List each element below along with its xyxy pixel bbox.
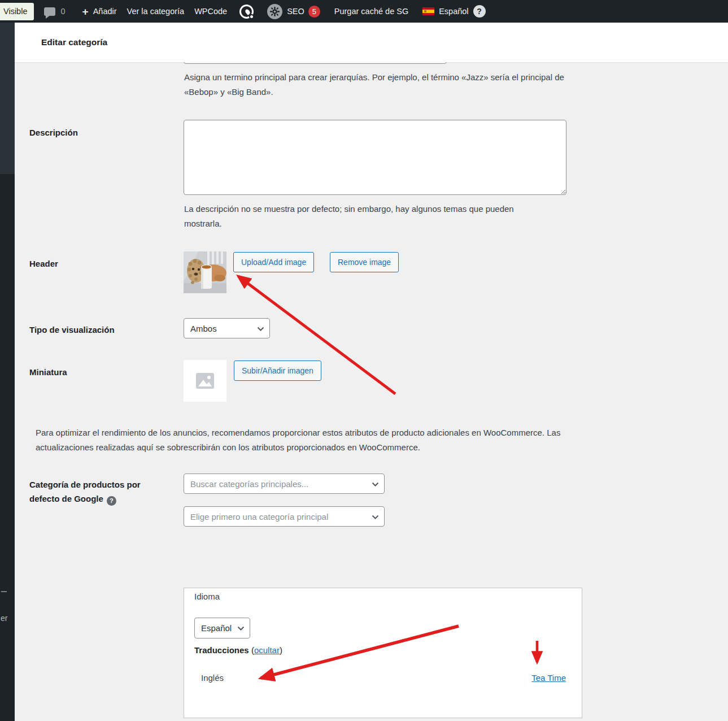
google-sub-category-placeholder: Elige primero una categoría principal [190,512,328,522]
seo-notification-badge: 5 [308,6,320,18]
language-select[interactable]: Español [194,618,250,639]
description-help: La descripción no se muestra por defecto… [184,202,533,231]
chevron-down-icon [257,327,264,332]
sidebar-menu-fragment-icon [1,591,7,592]
upload-thumbnail-button[interactable]: Subir/Añadir imagen [234,360,321,381]
woocommerce-note: Para optimizar el rendimiento de los anu… [36,425,573,455]
add-new-label: Añadir [93,7,117,16]
translation-row-link[interactable]: Tea Time [531,673,566,683]
chevron-down-icon [237,626,245,631]
google-category-label: Categoría de productos por defecto de Go… [29,477,168,506]
image-placeholder-icon [196,373,214,389]
admin-bar-seo[interactable]: SEO 5 [267,4,320,19]
sidebar-menu-fragment[interactable]: er [1,614,7,623]
page-header: Editar categoría [15,23,728,62]
spain-flag-icon [422,7,434,15]
admin-bar-add-new[interactable]: + Añadir [82,6,117,17]
admin-bar-language[interactable]: Español ? [422,5,485,18]
comment-bubble-icon [44,7,55,16]
thumbnail-placeholder [184,360,226,402]
google-sub-category-select[interactable]: Elige primero una categoría principal [184,506,385,527]
chevron-down-icon [372,482,379,487]
seo-gear-icon [267,4,282,19]
parent-category-help: Asigna un termino principal para crear j… [184,70,574,99]
comment-count: 0 [60,7,65,16]
hide-translations-link[interactable]: ocultar [254,645,280,655]
translation-row-language: Inglés [201,673,224,683]
view-category-label: Ver la categoría [127,7,185,16]
purge-cache-label: Purgar caché de SG [334,7,408,16]
remove-header-image-button[interactable]: Remove image [330,252,399,272]
admin-bar-wpcode[interactable]: WPCode [194,7,227,16]
admin-sidebar-menu-section [0,23,15,174]
upload-header-image-button[interactable]: Upload/Add image [233,252,314,272]
language-title: Idioma [194,592,220,601]
display-type-label: Tipo de visualización [29,323,115,337]
admin-sidebar: er [0,23,15,721]
google-category-help-icon[interactable]: ? [107,496,116,506]
display-type-select[interactable]: Ambos [184,318,270,338]
language-label: Español [439,7,468,16]
chevron-down-icon [372,515,379,520]
google-main-category-placeholder: Buscar categorías principales... [190,479,308,489]
language-metabox: Idioma Español Traducciones (ocultar) In… [184,588,582,718]
language-select-value: Español [201,623,232,633]
seo-label: SEO [287,7,304,16]
plus-icon: + [82,6,89,17]
google-category-label-text: Categoría de productos por defecto de Go… [29,480,141,503]
admin-bar-view-category[interactable]: Ver la categoría [127,7,185,16]
header-image-label: Header [29,257,58,271]
admin-bar: Visible 0 + Añadir Ver la categoría WPCo… [0,0,728,23]
header-image-thumbnail [184,251,226,293]
thumbnail-label: Miniatura [29,365,67,379]
description-textarea[interactable] [184,120,566,195]
admin-bar-comments[interactable]: 0 [44,7,65,16]
description-label: Descripción [29,125,78,140]
google-main-category-select[interactable]: Buscar categorías principales... [184,474,385,494]
visible-status-badge[interactable]: Visible [0,3,34,20]
page-title: Editar categoría [41,37,107,47]
admin-bar-purge-cache[interactable]: Purgar caché de SG [334,7,408,16]
translations-line: Traducciones (ocultar) [194,645,282,655]
language-help-icon[interactable]: ? [473,5,486,18]
q-logo-icon [239,5,254,19]
seo-badge-count: 5 [312,7,316,16]
visible-status-label: Visible [3,7,27,16]
wpcode-label: WPCode [194,7,227,16]
edit-category-page: Visible 0 + Añadir Ver la categoría WPCo… [0,0,728,721]
display-type-value: Ambos [190,324,217,333]
admin-bar-q-logo[interactable] [239,5,254,19]
translations-label: Traducciones [194,645,249,655]
